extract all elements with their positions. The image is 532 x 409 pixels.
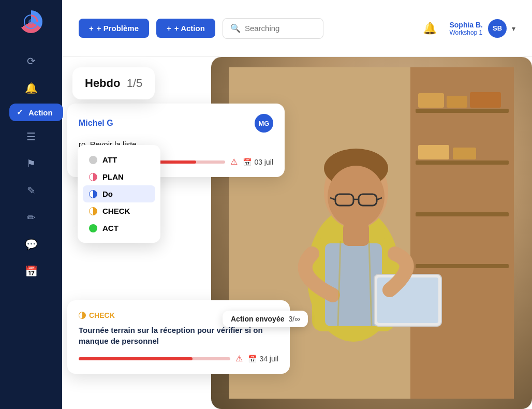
check-status-label: CHECK: [89, 311, 115, 319]
svg-rect-4: [416, 109, 509, 113]
action-sent-count: 3/∞: [288, 315, 300, 323]
calendar-icon: 📅: [243, 158, 252, 166]
sidebar-item-action[interactable]: ✓ Action: [9, 104, 63, 121]
add-problem-label: + Problème: [97, 24, 139, 33]
sidebar-item-home[interactable]: ⟳: [20, 50, 42, 72]
date-badge: 📅 03 juil: [243, 158, 273, 166]
check-card-text: Tournée terrain sur la réception pour vé…: [79, 325, 278, 346]
check-icon: ✓: [17, 108, 23, 117]
check-dot: [89, 207, 97, 215]
hebdo-title: Hebdo 1/5: [85, 77, 142, 90]
act-dot: [89, 224, 97, 232]
warning-icon: ⚠: [230, 157, 238, 167]
action-sent-badge: Action envoyée 3/∞: [223, 311, 308, 327]
action-sent-label: Action envoyée: [231, 315, 284, 323]
svg-rect-3: [410, 67, 514, 399]
do-dot: [89, 190, 97, 198]
check-status-dot: [79, 312, 86, 319]
search-bar: 🔍: [223, 18, 323, 39]
content-area: Hebdo 1/5 Michel G MG ro. Revoir la list…: [62, 57, 532, 409]
add-problem-button[interactable]: + + Problème: [79, 19, 149, 38]
sidebar-item-chat[interactable]: 💬: [20, 233, 42, 256]
main-area: + + Problème + + Action 🔍 🔔 Sophia B. Wo…: [62, 0, 532, 409]
plus-icon2: +: [167, 24, 171, 33]
add-action-label: + Action: [174, 24, 205, 33]
sidebar: ⟳ 🔔 ✓ Action ☰ ⚑ ✎ ✏ 💬 📅: [0, 0, 62, 409]
hebdo-fraction: 1/5: [124, 77, 143, 90]
search-icon: 🔍: [230, 23, 241, 33]
action-card-header: Michel G MG: [79, 114, 273, 133]
svg-rect-10: [470, 92, 501, 108]
action-date: 03 juil: [254, 158, 273, 166]
hebdo-label: Hebdo: [85, 77, 120, 90]
sidebar-item-edit2[interactable]: ✏: [20, 206, 42, 229]
sidebar-logo: [20, 10, 42, 33]
check-status-badge: CHECK: [79, 311, 115, 319]
dropdown-card: ATT PLAN Do CHECK ACT: [78, 145, 160, 243]
check-date-badge: 📅 34 juil: [248, 355, 278, 363]
att-label: ATT: [102, 155, 117, 164]
user-name: Sophia B.: [449, 21, 483, 29]
sidebar-item-calendar[interactable]: 📅: [20, 260, 42, 283]
check-label: CHECK: [102, 207, 130, 215]
bell-icon[interactable]: 🔔: [423, 22, 437, 35]
act-label: ACT: [102, 224, 119, 232]
search-input[interactable]: [245, 24, 316, 33]
svg-rect-28: [343, 223, 369, 246]
sidebar-item-edit[interactable]: ✎: [20, 179, 42, 202]
chevron-down-icon: ▾: [512, 24, 515, 33]
action-sent-tooltip: Action envoyée 3/∞: [223, 311, 308, 327]
navbar: + + Problème + + Action 🔍 🔔 Sophia B. Wo…: [62, 0, 532, 57]
dropdown-item-check[interactable]: CHECK: [83, 202, 155, 220]
svg-rect-15: [325, 243, 382, 326]
svg-rect-11: [418, 145, 449, 159]
do-label: Do: [102, 189, 113, 198]
check-progress-bar: [79, 357, 230, 360]
dropdown-item-do[interactable]: Do: [83, 185, 155, 202]
add-action-button[interactable]: + + Action: [156, 19, 215, 38]
svg-point-1: [28, 19, 34, 24]
action-card-avatar: MG: [255, 114, 273, 133]
svg-rect-9: [447, 96, 467, 108]
check-calendar-icon: 📅: [248, 355, 257, 363]
dropdown-item-act[interactable]: ACT: [83, 220, 155, 237]
plan-dot: [89, 173, 97, 181]
check-date: 34 juil: [259, 355, 278, 363]
svg-rect-8: [418, 93, 444, 108]
hebdo-card: Hebdo 1/5: [72, 67, 155, 99]
plan-label: PLAN: [102, 172, 124, 181]
svg-rect-12: [453, 148, 476, 159]
avatar: SB: [488, 19, 507, 38]
check-card-footer: ⚠ 📅 34 juil: [79, 354, 278, 363]
dropdown-item-att[interactable]: ATT: [83, 151, 155, 168]
svg-rect-5: [416, 160, 509, 165]
sidebar-item-menu[interactable]: ☰: [20, 125, 42, 148]
check-warning-icon: ⚠: [235, 354, 243, 363]
user-info[interactable]: Sophia B. Workshop 1 SB ▾: [449, 19, 515, 38]
plus-icon: +: [89, 24, 94, 33]
dropdown-item-plan[interactable]: PLAN: [83, 168, 155, 185]
att-dot: [89, 156, 97, 164]
action-card-user: Michel G: [79, 119, 113, 128]
sidebar-action-label: Action: [28, 108, 53, 117]
check-progress-fill: [79, 357, 193, 360]
svg-rect-7: [416, 264, 509, 268]
sidebar-item-flag2[interactable]: ⚑: [20, 152, 42, 175]
user-workshop: Workshop 1: [449, 29, 483, 36]
sidebar-item-flag[interactable]: 🔔: [20, 77, 42, 99]
svg-rect-6: [416, 212, 509, 216]
